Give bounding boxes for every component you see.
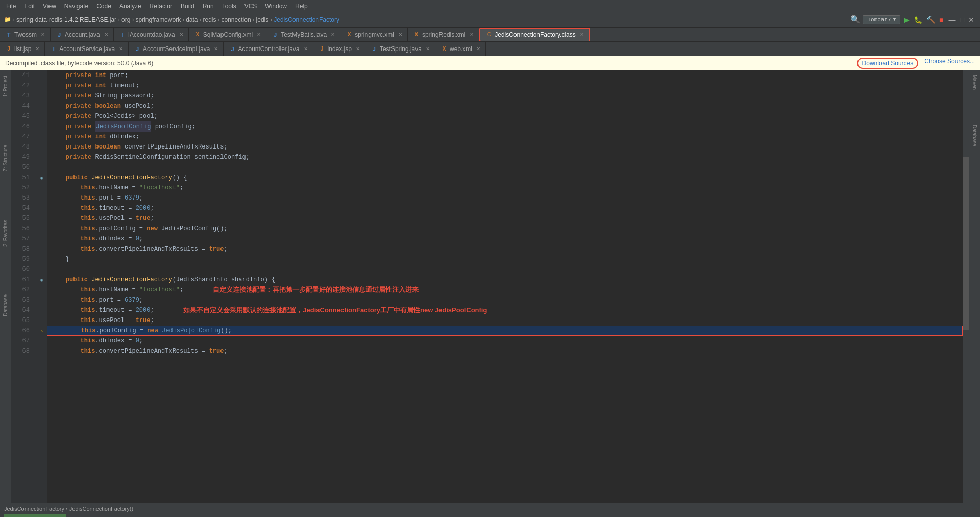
build-button[interactable]: 🔨 <box>925 15 937 25</box>
window-controls: — □ ✕ <box>947 15 976 25</box>
scrollbar-track[interactable] <box>963 70 969 503</box>
tab-accountcontroller[interactable]: J AccountController.java ✕ <box>224 42 313 56</box>
code-line-63: this.port = 6379; <box>47 295 963 305</box>
tab-close-iaccountdao[interactable]: ✕ <box>179 32 183 37</box>
tab-close-indexjsp[interactable]: ✕ <box>356 46 360 52</box>
tab-account-java[interactable]: J Account.java ✕ <box>51 28 114 42</box>
right-sidebar: Maven Database <box>969 70 980 503</box>
tab-sqlmapconfig[interactable]: X SqlMapConfig.xml ✕ <box>189 28 266 42</box>
tab-springredis[interactable]: X springRedis.xml ✕ <box>408 28 479 42</box>
stop-button[interactable]: ■ <box>938 15 945 25</box>
code-line-57: this.dbIndex = 0; <box>47 234 963 244</box>
menu-analyze[interactable]: Analyze <box>115 2 145 11</box>
tab-label-account-java: Account.java <box>65 31 100 38</box>
menu-view[interactable]: View <box>39 2 60 11</box>
menu-navigate[interactable]: Navigate <box>60 2 92 11</box>
tab-icon-sqlmapconfig: X <box>194 31 201 38</box>
tab-icon-jedisconnectionfactory: C <box>485 31 493 38</box>
tab-icon-webxml: X <box>440 45 448 53</box>
tab-jedisconnectionfactory[interactable]: C JedisConnectionFactory.class ✕ <box>479 28 590 42</box>
menu-help[interactable]: Help <box>291 2 312 11</box>
menu-code[interactable]: Code <box>92 2 115 11</box>
breadcrumb: 📁 › spring-data-redis-1.4.2.RELEASE.jar … <box>4 16 339 23</box>
tab-icon-iaccountdao: I <box>119 31 126 38</box>
tab-listjsp[interactable]: J list.jsp ✕ <box>0 42 45 56</box>
sidebar-item-database-right[interactable]: Database <box>970 122 979 149</box>
menu-window[interactable]: Window <box>261 2 291 11</box>
code-line-66: this.poolConfig = new JedisPo|olConfig()… <box>47 326 963 336</box>
tab-label-springmvc: springmvc.xml <box>355 31 394 38</box>
run-button[interactable]: ▶ <box>902 15 911 25</box>
choose-sources-link[interactable]: Choose Sources... <box>924 58 975 69</box>
tab-icon-indexjsp: J <box>318 45 326 53</box>
tab-close-springredis[interactable]: ✕ <box>470 32 474 37</box>
tab-close-account-java[interactable]: ✕ <box>104 32 108 37</box>
tab-accountserviceimpl[interactable]: J AccountServiceImpl.java ✕ <box>129 42 224 56</box>
tab-testmybatis[interactable]: J TestMyBatis.java ✕ <box>266 28 340 42</box>
close-button[interactable]: ✕ <box>967 15 976 25</box>
tab-close-twossm[interactable]: ✕ <box>41 32 45 37</box>
debug-button[interactable]: 🐛 <box>912 15 924 25</box>
tab-webxml[interactable]: X web.xml ✕ <box>435 42 486 56</box>
tab-close-webxml[interactable]: ✕ <box>476 46 480 52</box>
tab-close-jedisconnectionfactory[interactable]: ✕ <box>580 32 584 37</box>
code-content: 41 42 43 44 45 46 47 48 49 50 51 52 53 5… <box>11 70 969 503</box>
sidebar-item-favorites[interactable]: 2: Favorites <box>2 217 9 250</box>
tab-close-testmybatis[interactable]: ✕ <box>331 32 335 37</box>
tab-close-accountservice[interactable]: ✕ <box>119 46 123 52</box>
code-line-49: private RedisSentinelConfiguration senti… <box>47 152 963 162</box>
code-line-43: private String password; <box>47 91 963 101</box>
tab-icon-listjsp: J <box>5 45 12 53</box>
sidebar-item-maven[interactable]: Maven <box>970 72 979 92</box>
title-right: 🔍 Tomcat7 ▼ ▶ 🐛 🔨 ■ — □ ✕ <box>850 15 976 25</box>
comment-line64: 如果不自定义会采用默认的连接池配置，JedisConnectionFactory… <box>183 305 487 315</box>
tab-icon-accountcontroller: J <box>229 45 236 53</box>
tab-close-listjsp[interactable]: ✕ <box>35 46 39 52</box>
code-line-64: this.timeout = 2000; 如果不自定义会采用默认的连接池配置，J… <box>47 305 963 315</box>
code-line-54: this.timeout = 2000; <box>47 203 963 213</box>
menu-vcs[interactable]: VCS <box>240 2 261 11</box>
tab-label-springredis: springRedis.xml <box>422 31 465 38</box>
menu-build[interactable]: Build <box>177 2 199 11</box>
sidebar-item-structure[interactable]: Z: Structure <box>2 142 9 175</box>
tab-indexjsp[interactable]: J index.jsp ✕ <box>313 42 365 56</box>
tab-icon-accountservice: I <box>50 45 57 53</box>
menu-edit[interactable]: Edit <box>20 2 39 11</box>
menu-file[interactable]: File <box>2 2 20 11</box>
tab-springmvc[interactable]: X springmvc.xml ✕ <box>340 28 408 42</box>
code-line-56: this.poolConfig = new JedisPoolConfig(); <box>47 224 963 234</box>
breadcrumb-bottom: JedisConnectionFactory › JedisConnection… <box>0 503 980 514</box>
menu-refactor[interactable]: Refactor <box>145 2 177 11</box>
left-sidebar: 1: Project Z: Structure 2: Favorites Dat… <box>0 70 11 503</box>
comment-line62: 自定义连接池配置：再把第一步配置好的连接池信息通过属性注入进来 <box>213 285 419 295</box>
breadcrumb-jedis: jedis <box>256 16 269 23</box>
tabs-row-2: J list.jsp ✕ I AccountService.java ✕ J A… <box>0 42 980 56</box>
breadcrumb-jar: spring-data-redis-1.4.2.RELEASE.jar <box>16 16 116 23</box>
tab-accountservice[interactable]: I AccountService.java ✕ <box>45 42 129 56</box>
tab-close-accountcontroller[interactable]: ✕ <box>304 46 308 52</box>
tab-iaccountdao[interactable]: I IAccountdao.java ✕ <box>114 28 189 42</box>
tab-close-sqlmapconfig[interactable]: ✕ <box>257 32 261 37</box>
tomcat-selector[interactable]: Tomcat7 ▼ <box>863 15 900 24</box>
menu-bar: File Edit View Navigate Code Analyze Ref… <box>0 0 980 12</box>
tab-close-testspring[interactable]: ✕ <box>426 46 430 52</box>
menu-tools[interactable]: Tools <box>218 2 240 11</box>
tab-testspring[interactable]: J TestSpring.java ✕ <box>365 42 435 56</box>
search-icon[interactable]: 🔍 <box>850 15 861 25</box>
code-line-47: private int dbIndex; <box>47 132 963 142</box>
sidebar-item-database[interactable]: Database <box>2 291 9 319</box>
menu-run[interactable]: Run <box>199 2 218 11</box>
app-servers-tab[interactable]: 🖥 Application Servers <box>4 514 66 518</box>
download-sources-link[interactable]: Download Sources <box>857 58 919 69</box>
maximize-button[interactable]: □ <box>959 15 966 25</box>
breadcrumb-data: data <box>186 16 198 23</box>
tab-twossm[interactable]: T Twossm ✕ <box>0 28 51 42</box>
tabs-row-1: T Twossm ✕ J Account.java ✕ I IAccountda… <box>0 28 980 42</box>
minimize-button[interactable]: — <box>947 15 958 25</box>
sidebar-item-project[interactable]: 1: Project <box>2 72 9 100</box>
code-editor[interactable]: private int port; private int timeout; p… <box>47 70 963 503</box>
tab-close-accountserviceimpl[interactable]: ✕ <box>214 46 218 52</box>
tab-close-springmvc[interactable]: ✕ <box>398 32 402 37</box>
scrollbar-thumb[interactable] <box>963 157 969 330</box>
code-line-68: this.convertPipelineAndTxResults = true; <box>47 346 963 356</box>
